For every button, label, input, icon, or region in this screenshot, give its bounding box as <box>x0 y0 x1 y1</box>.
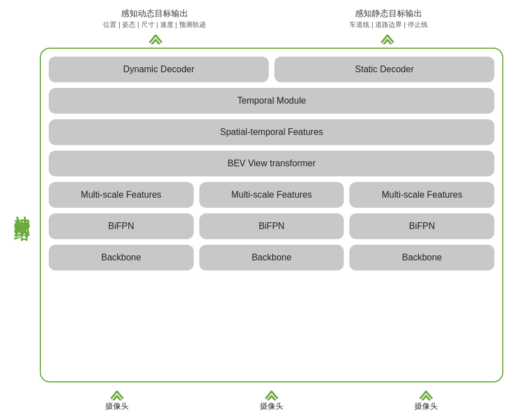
bottom-chevron-right-icon <box>418 385 434 400</box>
decoder-row: Dynamic Decoder Static Decoder <box>49 57 494 82</box>
top-arrow-right-container <box>272 31 503 48</box>
camera-text-left: 摄像头 <box>105 402 129 412</box>
bifpn-right-block: BiFPN <box>349 213 494 239</box>
multiscale-right-block: Multi-scale Features <box>349 182 494 208</box>
top-label-right: 感知静态目标输出 车道线 | 道路边界 | 停止线 <box>272 8 503 30</box>
bifpn-left-block: BiFPN <box>49 213 194 239</box>
spatial-temporal-block: Spatial-temporal Features <box>49 119 494 145</box>
camera-text-center: 摄像头 <box>260 402 283 412</box>
backbone-left-block: Backbone <box>49 245 194 270</box>
top-right-title: 感知静态目标输出 <box>355 8 422 19</box>
top-left-sub: 位置 | 姿态 | 尺寸 | 速度 | 预测轨迹 <box>103 20 205 30</box>
top-arrows-row <box>40 31 503 48</box>
camera-label-center: 摄像头 <box>194 385 349 412</box>
multiscale-left-block: Multi-scale Features <box>49 182 194 208</box>
bifpn-center-block: BiFPN <box>199 213 344 239</box>
top-labels-row: 感知动态目标输出 位置 | 姿态 | 尺寸 | 速度 | 预测轨迹 感知静态目标… <box>40 8 503 30</box>
backbone-right-block: Backbone <box>349 245 494 270</box>
main-area: 感知动态目标输出 位置 | 姿态 | 尺寸 | 速度 | 预测轨迹 感知静态目标… <box>40 8 503 412</box>
bifpn-row: BiFPN BiFPN BiFPN <box>49 213 494 239</box>
camera-text-right: 摄像头 <box>414 402 438 412</box>
top-arrow-left-container <box>40 31 272 48</box>
diagram-container: 神经网络 感知动态目标输出 位置 | 姿态 | 尺寸 | 速度 | 预测轨迹 感… <box>11 8 503 412</box>
top-chevron-left-icon <box>148 32 163 44</box>
top-label-left: 感知动态目标输出 位置 | 姿态 | 尺寸 | 速度 | 预测轨迹 <box>40 8 272 30</box>
dynamic-decoder-block: Dynamic Decoder <box>49 57 269 82</box>
bottom-chevron-left-icon <box>109 385 125 400</box>
camera-label-left: 摄像头 <box>40 385 194 412</box>
network-box: Dynamic Decoder Static Decoder Temporal … <box>40 48 503 382</box>
multiscale-center-block: Multi-scale Features <box>199 182 344 208</box>
static-decoder-block: Static Decoder <box>274 57 494 82</box>
backbone-row: Backbone Backbone Backbone <box>49 245 494 270</box>
top-left-title: 感知动态目标输出 <box>121 8 188 19</box>
bev-transformer-block: BEV View transformer <box>49 151 494 176</box>
bottom-chevron-center-icon <box>264 385 279 400</box>
top-chevron-right-icon <box>380 32 395 44</box>
backbone-center-block: Backbone <box>199 245 344 270</box>
temporal-module-block: Temporal Module <box>49 88 494 114</box>
side-label: 神经网络 <box>11 203 32 217</box>
camera-label-right: 摄像头 <box>349 385 503 412</box>
multiscale-row: Multi-scale Features Multi-scale Feature… <box>49 182 494 208</box>
bottom-labels-row: 摄像头 摄像头 摄像头 <box>40 385 503 412</box>
top-right-sub: 车道线 | 道路边界 | 停止线 <box>349 20 428 30</box>
